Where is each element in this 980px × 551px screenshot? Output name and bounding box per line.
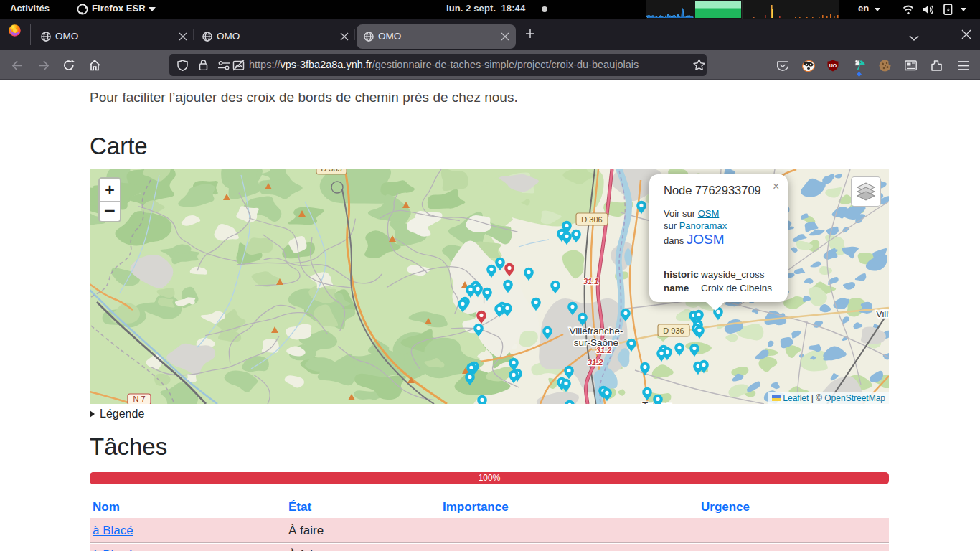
svg-text:N 7: N 7 <box>133 395 145 403</box>
svg-text:D 306: D 306 <box>581 215 602 224</box>
svg-text:Vill: Vill <box>876 309 888 319</box>
svg-text:31.2: 31.2 <box>588 358 603 367</box>
svg-text:sur-Saône: sur-Saône <box>574 337 618 348</box>
svg-text:UO: UO <box>829 63 837 68</box>
svg-text:D 385: D 385 <box>321 169 341 173</box>
svg-text:Villefranche-: Villefranche- <box>570 326 623 336</box>
svg-text:31.1: 31.1 <box>583 277 598 286</box>
svg-text:D 936: D 936 <box>663 326 684 335</box>
